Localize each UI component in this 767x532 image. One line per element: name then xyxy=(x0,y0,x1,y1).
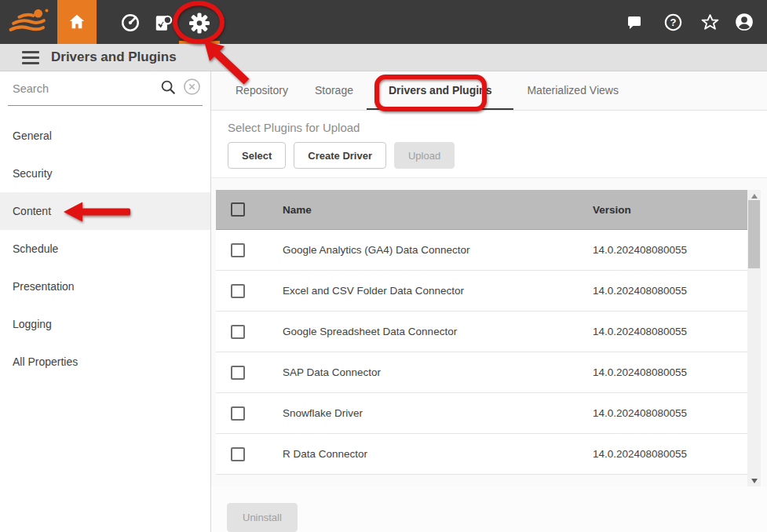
content-tabs: Repository Storage Drivers and Plugins M… xyxy=(211,71,767,111)
dashboard-gauge-icon[interactable] xyxy=(119,12,141,34)
select-button[interactable]: Select xyxy=(228,142,286,169)
row-checkbox[interactable] xyxy=(231,243,245,257)
table-footer: Uninstall xyxy=(211,486,767,532)
plugin-name: Google Spreadsheet Data Connector xyxy=(283,326,593,337)
column-header-name: Name xyxy=(283,204,593,216)
plugin-name: Excel and CSV Folder Data Connector xyxy=(283,285,593,297)
column-header-version: Version xyxy=(593,204,747,216)
app-logo-icon xyxy=(8,5,50,42)
clear-search-icon[interactable] xyxy=(183,78,201,99)
tab-storage[interactable]: Storage xyxy=(301,71,367,110)
settings-gear-icon[interactable] xyxy=(188,12,210,34)
row-checkbox[interactable] xyxy=(231,447,245,461)
search-input[interactable] xyxy=(8,82,159,95)
active-nav-indicator xyxy=(179,41,220,44)
sidebar-search xyxy=(8,71,203,106)
svg-text:?: ? xyxy=(670,16,676,28)
uninstall-button[interactable]: Uninstall xyxy=(227,503,298,532)
sidebar-item-presentation[interactable]: Presentation xyxy=(0,268,210,305)
upload-section-title: Select Plugins for Upload xyxy=(228,111,767,134)
upload-button[interactable]: Upload xyxy=(394,142,455,169)
scrollbar-thumb[interactable] xyxy=(748,200,760,268)
home-icon xyxy=(67,12,87,32)
chat-icon[interactable] xyxy=(624,12,645,32)
plugin-name: R Data Connector xyxy=(283,448,593,460)
row-checkbox[interactable] xyxy=(231,284,245,298)
row-checkbox[interactable] xyxy=(231,325,245,339)
spacer xyxy=(211,178,767,190)
plugins-table-zone: Name Version Google Analytics (GA4) Data… xyxy=(211,190,767,486)
report-search-icon[interactable] xyxy=(152,12,174,34)
select-all-checkbox[interactable] xyxy=(231,202,245,217)
favorites-star-icon[interactable] xyxy=(699,12,720,32)
page-title: Drivers and Plugins xyxy=(51,49,177,65)
upload-section: Select Plugins for Upload Select Create … xyxy=(211,111,767,178)
table-row[interactable]: SAP Data Connector 14.0.202408080055 xyxy=(216,352,747,393)
account-icon[interactable] xyxy=(734,12,754,32)
create-driver-button[interactable]: Create Driver xyxy=(294,142,386,169)
page-header-bar: Drivers and Plugins xyxy=(0,44,767,71)
tab-repository[interactable]: Repository xyxy=(222,71,301,110)
plugin-version: 14.0.202408080055 xyxy=(593,326,747,337)
sidebar-item-security[interactable]: Security xyxy=(0,155,210,192)
plugin-version: 14.0.202408080055 xyxy=(593,285,747,297)
table-row[interactable]: Google Spreadsheet Data Connector 14.0.2… xyxy=(216,312,747,352)
top-app-bar: ? xyxy=(0,0,767,44)
tab-drivers-and-plugins[interactable]: Drivers and Plugins xyxy=(367,71,513,110)
settings-sidebar: General Security Content Schedule Presen… xyxy=(0,71,211,532)
search-icon[interactable] xyxy=(159,78,177,99)
home-button[interactable] xyxy=(57,0,97,44)
plugin-version: 14.0.202408080055 xyxy=(593,244,747,256)
row-checkbox[interactable] xyxy=(231,366,245,380)
row-checkbox[interactable] xyxy=(231,406,245,421)
scroll-down-icon[interactable] xyxy=(747,475,761,486)
table-row[interactable]: Excel and CSV Folder Data Connector 14.0… xyxy=(216,271,747,312)
tab-materialized-views[interactable]: Materialized Views xyxy=(513,71,631,110)
table-row[interactable]: Snowflake Driver 14.0.202408080055 xyxy=(216,393,747,434)
help-icon[interactable]: ? xyxy=(663,12,683,32)
sidebar-item-logging[interactable]: Logging xyxy=(0,305,210,343)
table-scrollbar[interactable] xyxy=(747,190,761,486)
plugin-name: SAP Data Connector xyxy=(283,366,593,378)
plugin-version: 14.0.202408080055 xyxy=(593,366,747,378)
sidebar-item-general[interactable]: General xyxy=(0,117,210,155)
sidebar-item-content[interactable]: Content xyxy=(0,192,210,230)
plugin-name: Google Analytics (GA4) Data Connector xyxy=(283,244,593,256)
table-row[interactable]: Google Analytics (GA4) Data Connector 14… xyxy=(216,230,747,271)
sidebar-item-all-properties[interactable]: All Properties xyxy=(0,343,210,381)
plugin-name: Snowflake Driver xyxy=(283,407,593,419)
sidebar-nav: General Security Content Schedule Presen… xyxy=(0,117,210,381)
content-settings-panel: Repository Storage Drivers and Plugins M… xyxy=(211,71,767,532)
sidebar-item-schedule[interactable]: Schedule xyxy=(0,230,210,268)
plugins-table: Name Version Google Analytics (GA4) Data… xyxy=(216,190,747,486)
plugin-version: 14.0.202408080055 xyxy=(593,407,747,419)
plugin-version: 14.0.202408080055 xyxy=(593,448,747,460)
table-header-row: Name Version xyxy=(216,190,747,230)
menu-hamburger-icon[interactable] xyxy=(22,48,39,67)
table-row[interactable]: R Data Connector 14.0.202408080055 xyxy=(216,434,747,475)
